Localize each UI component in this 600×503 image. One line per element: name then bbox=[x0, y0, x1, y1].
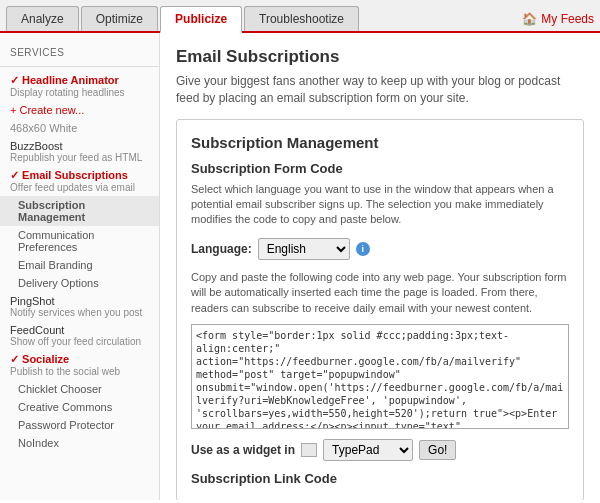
language-select[interactable]: English French Spanish German Italian Po… bbox=[258, 238, 350, 260]
home-icon: 🏠 bbox=[522, 12, 537, 26]
subscription-management-card: Subscription Management Subscription For… bbox=[176, 119, 584, 500]
sidebar: SERVICES Headline Animator Display rotat… bbox=[0, 33, 160, 500]
sidebar-section-header: SERVICES bbox=[0, 43, 159, 62]
sidebar-item-communication-preferences[interactable]: Communication Preferences bbox=[0, 226, 159, 256]
sidebar-item-password-protector[interactable]: Password Protector bbox=[0, 416, 159, 434]
form-code-section-desc: Select which language you want to use in… bbox=[191, 182, 569, 228]
go-button[interactable]: Go! bbox=[419, 440, 456, 460]
sidebar-divider bbox=[0, 66, 159, 67]
code-textarea[interactable] bbox=[192, 325, 568, 428]
sidebar-item-email-subscriptions[interactable]: Email Subscriptions Offer feed updates v… bbox=[0, 166, 159, 196]
tab-publicize[interactable]: Publicize bbox=[160, 6, 242, 33]
widget-row: Use as a widget in TypePad WordPress Blo… bbox=[191, 439, 569, 461]
top-nav: Analyze Optimize Publicize Troubleshooti… bbox=[0, 0, 600, 33]
form-code-section-title: Subscription Form Code bbox=[191, 161, 569, 176]
tab-troubleshootize[interactable]: Troubleshootize bbox=[244, 6, 359, 31]
info-icon[interactable]: i bbox=[356, 242, 370, 256]
sidebar-item-headline-animator[interactable]: Headline Animator Display rotating headl… bbox=[0, 71, 159, 101]
sidebar-item-delivery-options[interactable]: Delivery Options bbox=[0, 274, 159, 292]
main-layout: SERVICES Headline Animator Display rotat… bbox=[0, 33, 600, 500]
language-label: Language: bbox=[191, 242, 252, 256]
subscription-link-code-title: Subscription Link Code bbox=[191, 471, 569, 486]
widget-label: Use as a widget in bbox=[191, 443, 295, 457]
widget-icon bbox=[301, 443, 317, 457]
sidebar-item-pingshot[interactable]: PingShot Notify services when you post bbox=[0, 292, 159, 321]
sidebar-item-chicklet-chooser[interactable]: Chicklet Chooser bbox=[0, 380, 159, 398]
sidebar-item-email-branding[interactable]: Email Branding bbox=[0, 256, 159, 274]
language-row: Language: English French Spanish German … bbox=[191, 238, 569, 260]
page-description: Give your biggest fans another way to ke… bbox=[176, 73, 584, 107]
content-area: Email Subscriptions Give your biggest fa… bbox=[160, 33, 600, 500]
sidebar-item-subscription-management[interactable]: Subscription Management bbox=[0, 196, 159, 226]
sidebar-item-noindex[interactable]: NoIndex bbox=[0, 434, 159, 452]
sidebar-item-socialize[interactable]: Socialize Publish to the social web bbox=[0, 350, 159, 380]
sidebar-item-468-white[interactable]: 468x60 White bbox=[0, 119, 159, 137]
copy-description: Copy and paste the following code into a… bbox=[191, 270, 569, 316]
tab-optimize[interactable]: Optimize bbox=[81, 6, 158, 31]
page-title: Email Subscriptions bbox=[176, 47, 584, 67]
tab-analyze[interactable]: Analyze bbox=[6, 6, 79, 31]
code-area-wrapper bbox=[191, 324, 569, 429]
my-feeds-link[interactable]: 🏠 My Feeds bbox=[522, 12, 594, 26]
widget-select[interactable]: TypePad WordPress Blogger bbox=[323, 439, 413, 461]
sidebar-item-buzzboost[interactable]: BuzzBoost Republish your feed as HTML bbox=[0, 137, 159, 166]
sidebar-item-creative-commons[interactable]: Creative Commons bbox=[0, 398, 159, 416]
sidebar-item-feedcount[interactable]: FeedCount Show off your feed circulation bbox=[0, 321, 159, 350]
sidebar-item-create-new[interactable]: + Create new... bbox=[0, 101, 159, 119]
card-title: Subscription Management bbox=[191, 134, 569, 151]
